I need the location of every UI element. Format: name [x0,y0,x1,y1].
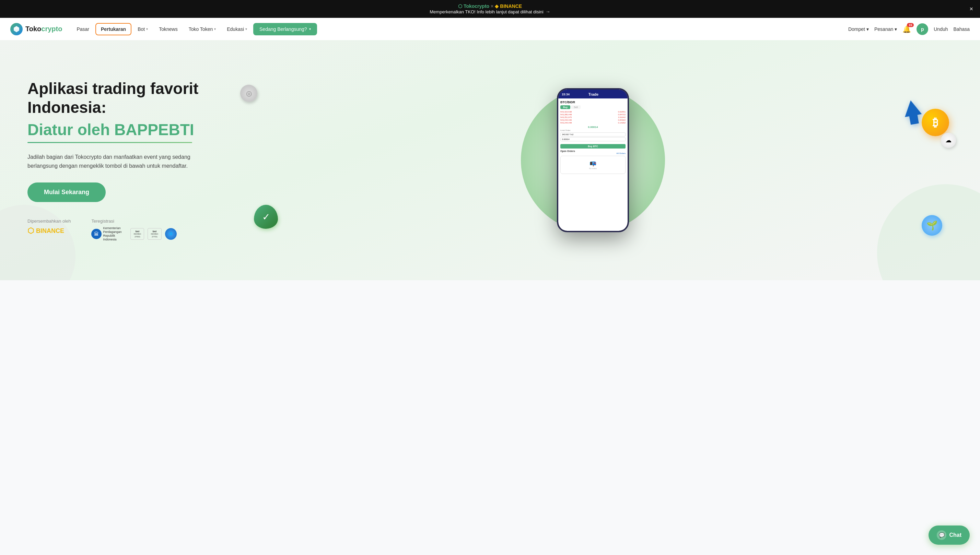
binance-partner: ⬡ BINANCE [27,226,71,235]
small-circle-icon: ☁ [945,136,951,144]
hero-right: ₿ ◎ ☁ 15:34 Trade BTC/BIDR Buy [233,78,953,242]
float-grey-circle: ◎ [240,85,257,102]
phone-title: Trade [588,92,598,96]
all-orders: All Orders [560,152,625,154]
hero-underline [27,142,192,143]
logo-icon [10,23,22,35]
green-price: 0.00014 [560,125,625,128]
phone-mockup: 15:34 Trade BTC/BIDR Buy Sell 543,315,53… [557,88,629,232]
banner-binance-text: BINANCE [500,3,522,9]
nav-edukasi-label: Edukasi [227,26,244,32]
partner-section: Dipersembahkan oleh ⬡ BINANCE Teregistra… [27,218,233,241]
phone-time: 15:34 [562,93,570,96]
sedang-chevron-icon: ▾ [309,27,311,31]
cta-button[interactable]: Mulai Sekarang [27,183,106,202]
hero-left: Aplikasi trading favorit Indonesia: Diat… [27,79,233,242]
phone-body: BTC/BIDR Buy Sell 543,315,5380.62551 543… [558,98,628,176]
kemendag-logo: 🏛 Kementerian PerdaganganRepublik Indone… [91,226,127,241]
nav-links: Pasar Pertukaran Bot ▾ Toknews Toko Toke… [72,23,845,35]
float-shield-icon: ✓ [254,205,278,229]
kemendag-icon: 🏛 [91,229,101,239]
dompet-label: Dompet [848,26,865,32]
hero-subtitle: Diatur oleh BAPPEBTI [27,120,233,139]
hero-title: Aplikasi trading favorit Indonesia: [27,79,233,117]
nav-item-toko-token[interactable]: Toko Token ▾ [184,24,221,35]
nav-unduh[interactable]: Unduh [934,26,948,32]
open-orders-label: Open Orders [560,150,625,152]
nav-pesanan[interactable]: Pesanan ▾ [874,26,897,32]
price-row-1: 543,315,5380.62551 [560,111,625,113]
grey-circle-icon: ◎ [246,89,252,98]
price-row-5: 543,244,4480.14292 [560,122,625,124]
bot-chevron-icon: ▾ [146,27,148,31]
bahasa-label: Bahasa [954,26,970,32]
buy-tab: Buy [560,105,570,109]
phone-buy-button[interactable]: Buy BTC [560,144,625,149]
avatar[interactable]: p [917,23,928,35]
unduh-label: Unduh [934,26,948,32]
navbar: Tokocrypto Pasar Pertukaran Bot ▾ Toknew… [0,18,980,40]
nav-item-edukasi[interactable]: Edukasi ▾ [222,24,252,35]
sedang-button[interactable]: Sedang Berlangsung? ▾ [253,23,317,35]
sedang-label: Sedang Berlangsung? [259,26,307,32]
banner-separator: × [491,3,493,9]
iso-logo: bsi ISO/IEC27701 [148,228,161,240]
nav-pasar-label: Pasar [77,26,89,32]
logo[interactable]: Tokocrypto [10,23,62,35]
amount-value: 0.00014 [560,137,625,141]
hero-section: Aplikasi trading favorit Indonesia: Diat… [0,40,980,280]
order-type: Limit Order [560,129,625,132]
buy-sell-tabs: Buy Sell [560,105,625,109]
banner-toko-icon: ⬡ [458,3,462,9]
bitcoin-icon: ₿ [922,109,949,136]
banner-arrow: → [546,9,550,14]
kominfo-logo: 🌐 [165,228,177,240]
bsi-logo: bsi ISO/IEC27001 [130,228,144,240]
phone-header: 15:34 Trade [558,90,628,98]
partner-label: Dipersembahkan oleh [27,218,71,224]
reg-logos-row: 🏛 Kementerian PerdaganganRepublik Indone… [91,226,177,241]
nav-right: Dompet ▾ Pesanan ▾ 🔔 15 p Unduh Bahasa [848,23,970,35]
registered-logos: Teregistrasi 🏛 Kementerian PerdaganganRe… [91,218,177,241]
top-banner: ⬡ Tokocrypto × ◆ BINANCE Memperkenalkan … [0,0,980,18]
price-row-3: 543,251,9752.61042 [560,116,625,119]
banner-content: ⬡ Tokocrypto × ◆ BINANCE Memperkenalkan … [430,3,550,14]
nav-bot-label: Bot [138,26,145,32]
nav-toknews-label: Toknews [159,26,177,32]
nav-item-pertukaran[interactable]: Pertukaran [95,23,132,35]
phone-screen: 15:34 Trade BTC/BIDR Buy Sell 543,315,53… [558,90,628,231]
nav-item-toknews[interactable]: Toknews [154,24,182,35]
notification-badge: 15 [907,23,914,27]
banner-message: Memperkenalkan TKO! Info lebih lanjut da… [430,9,543,14]
pesanan-chevron-icon: ▾ [895,26,897,32]
price-rows: 543,315,5380.62551 543,285,4480.84722 54… [560,111,625,124]
kemendag-text: Kementerian PerdaganganRepublik Indonesi… [103,226,127,241]
order-value: 343 917 7x2 [560,132,625,136]
banner-logos: ⬡ Tokocrypto × ◆ BINANCE [458,3,522,9]
logo-text: Tokocrypto [26,25,62,33]
partner-presented: Dipersembahkan oleh ⬡ BINANCE [27,218,71,235]
float-bitcoin-coin: ₿ [922,109,949,136]
binance-hex-icon: ⬡ [27,226,34,235]
banner-close-button[interactable]: × [969,5,973,13]
register-label: Teregistrasi [91,218,177,224]
toko-token-chevron-icon: ▾ [214,27,216,31]
sell-tab: Sell [571,105,581,109]
banner-toko-text: Tokocrypto [464,3,489,9]
dompet-chevron-icon: ▾ [866,26,869,32]
price-row-2: 543,285,4480.84722 [560,113,625,116]
pesanan-label: Pesanan [874,26,893,32]
trade-pair: BTC/BIDR [560,101,625,104]
binance-text: BINANCE [36,228,64,235]
nav-dompet[interactable]: Dompet ▾ [848,26,869,32]
banner-binance-icon: ◆ [495,3,498,9]
notification-bell[interactable]: 🔔 15 [903,25,911,33]
edukasi-chevron-icon: ▾ [245,27,247,31]
float-plant-icon: 🌱 [922,215,942,236]
price-row-4: 543,244,4460.84322 [560,119,625,122]
nav-item-bot[interactable]: Bot ▾ [133,24,153,35]
nav-item-pasar[interactable]: Pasar [72,24,94,35]
svg-marker-0 [902,99,923,125]
nav-bahasa[interactable]: Bahasa [954,26,970,32]
nav-toko-token-label: Toko Token [189,26,213,32]
